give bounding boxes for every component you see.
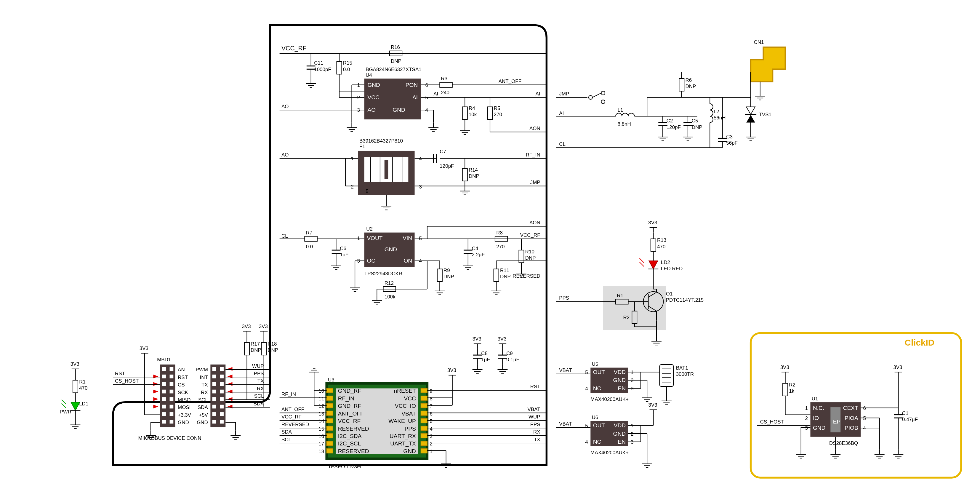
- svg-text:DNP: DNP: [469, 174, 479, 179]
- svg-text:LED RED: LED RED: [661, 266, 682, 271]
- svg-text:GND_RF: GND_RF: [338, 388, 361, 394]
- svg-text:R7: R7: [306, 230, 313, 236]
- svg-text:R17: R17: [251, 341, 260, 347]
- svg-rect-436: [212, 412, 216, 416]
- svg-rect-409: [170, 367, 173, 371]
- svg-text:270: 270: [496, 244, 504, 250]
- svg-text:AO: AO: [282, 104, 289, 109]
- svg-text:VBAT: VBAT: [401, 411, 416, 417]
- svg-text:C8: C8: [481, 350, 488, 356]
- svg-text:1: 1: [805, 405, 808, 411]
- svg-marker-281: [746, 115, 755, 123]
- svg-text:PWR: PWR: [60, 409, 72, 415]
- svg-text:R5: R5: [494, 105, 500, 111]
- svg-text:OC: OC: [367, 258, 375, 264]
- svg-text:R8: R8: [496, 230, 503, 236]
- r15-ref: R15: [343, 60, 352, 66]
- svg-text:PPS: PPS: [559, 295, 569, 301]
- svg-text:RESERVED: RESERVED: [338, 448, 369, 454]
- svg-text:5: 5: [585, 370, 588, 375]
- svg-text:L1: L1: [617, 107, 623, 113]
- svg-text:TX: TX: [258, 378, 264, 384]
- svg-text:GND: GND: [197, 420, 208, 425]
- svg-text:2.2µF: 2.2µF: [472, 252, 485, 258]
- svg-text:RF_IN: RF_IN: [282, 392, 296, 397]
- svg-rect-159: [421, 433, 427, 438]
- svg-text:GND: GND: [178, 420, 189, 425]
- svg-text:DNP: DNP: [692, 124, 702, 130]
- svg-text:100k: 100k: [385, 294, 396, 299]
- svg-text:SDA: SDA: [282, 429, 292, 435]
- svg-text:AI: AI: [433, 91, 438, 97]
- svg-text:SCL: SCL: [198, 397, 208, 403]
- svg-text:CL: CL: [559, 141, 566, 147]
- svg-text:AI: AI: [559, 110, 564, 116]
- svg-text:R2: R2: [789, 382, 795, 388]
- svg-text:EN: EN: [618, 439, 626, 445]
- cn1-connector: CN1: [751, 40, 785, 100]
- svg-text:R4: R4: [469, 105, 475, 111]
- svg-text:OUT: OUT: [593, 369, 605, 375]
- svg-line-296: [640, 262, 644, 266]
- c11-ref: C11: [314, 60, 323, 66]
- svg-text:RF_IN: RF_IN: [526, 152, 540, 158]
- svg-text:GND_RF: GND_RF: [338, 403, 361, 409]
- svg-text:VBAT: VBAT: [559, 368, 572, 373]
- net-vcc-rf-1: VCC_RF: [282, 45, 307, 52]
- svg-text:RESERVED: RESERVED: [338, 425, 369, 432]
- svg-text:3V3: 3V3: [648, 220, 657, 226]
- svg-rect-429: [220, 382, 224, 386]
- led-ld2: [649, 261, 658, 269]
- svg-text:DNP: DNP: [267, 347, 278, 353]
- svg-rect-406: [160, 365, 175, 427]
- svg-text:2: 2: [351, 184, 353, 190]
- svg-text:7: 7: [430, 403, 432, 409]
- r16-val: DNP: [391, 58, 401, 64]
- svg-text:11: 11: [318, 396, 324, 401]
- svg-text:TVS1: TVS1: [759, 112, 772, 117]
- svg-text:120pF: 120pF: [440, 163, 454, 169]
- svg-text:N.C.: N.C.: [813, 405, 824, 411]
- svg-text:BAT1: BAT1: [676, 365, 688, 371]
- svg-text:RX: RX: [533, 429, 540, 435]
- svg-text:R1: R1: [79, 379, 86, 385]
- svg-text:TPS22943DCKR: TPS22943DCKR: [364, 271, 402, 277]
- svg-rect-147: [327, 411, 333, 416]
- svg-text:CN1: CN1: [754, 40, 764, 45]
- svg-text:2: 2: [430, 441, 432, 447]
- svg-text:U3: U3: [328, 377, 334, 382]
- r16-ref: R16: [391, 45, 400, 50]
- svg-line-497: [62, 403, 66, 408]
- svg-text:270: 270: [494, 112, 502, 117]
- svg-text:AON: AON: [530, 126, 540, 131]
- svg-text:R10: R10: [525, 249, 535, 255]
- svg-text:18: 18: [318, 449, 324, 454]
- svg-text:OUT: OUT: [593, 422, 605, 428]
- svg-text:AO: AO: [368, 107, 376, 113]
- svg-rect-155: [421, 403, 427, 408]
- svg-text:6.8nH: 6.8nH: [617, 121, 631, 127]
- svg-text:CS_HOST: CS_HOST: [760, 419, 784, 425]
- svg-rect-433: [220, 397, 224, 401]
- svg-text:AN: AN: [178, 367, 185, 373]
- svg-text:RF_IN: RF_IN: [338, 395, 354, 402]
- svg-text:10: 10: [318, 388, 324, 394]
- u3-chip: U3 TESEO-LIV3FL GND_RF RF_IN GND_RF ANT_…: [318, 377, 433, 470]
- svg-text:I2C_SDA: I2C_SDA: [338, 433, 362, 440]
- svg-text:120pF: 120pF: [667, 124, 681, 130]
- u4-chip: U4 BGA824N6E6327XTSA1 GND VCC AO GND AI …: [357, 67, 428, 119]
- svg-rect-144: [327, 388, 333, 393]
- svg-rect-149: [327, 426, 333, 431]
- svg-text:VCC_RF: VCC_RF: [282, 414, 302, 420]
- svg-rect-438: [212, 420, 216, 424]
- svg-text:REVERSED: REVERSED: [512, 273, 540, 279]
- svg-rect-417: [170, 397, 173, 401]
- svg-text:ON: ON: [404, 258, 412, 264]
- svg-text:AI: AI: [536, 91, 540, 97]
- svg-text:IO: IO: [813, 415, 819, 421]
- schematic-canvas: VCC_RF R16 DNP C11 1000pF R15 0.0 U4 BGA…: [0, 0, 980, 489]
- svg-text:EN: EN: [618, 385, 626, 392]
- svg-rect-408: [162, 367, 166, 371]
- u6-chip: U6 OUT VDD GND EN NC 5 4 1 2 3 MAX40200A…: [585, 415, 633, 456]
- u5-chip: U5 OUT VDD GND EN NC 5 4 1 2 3 MAX40200A…: [585, 361, 633, 402]
